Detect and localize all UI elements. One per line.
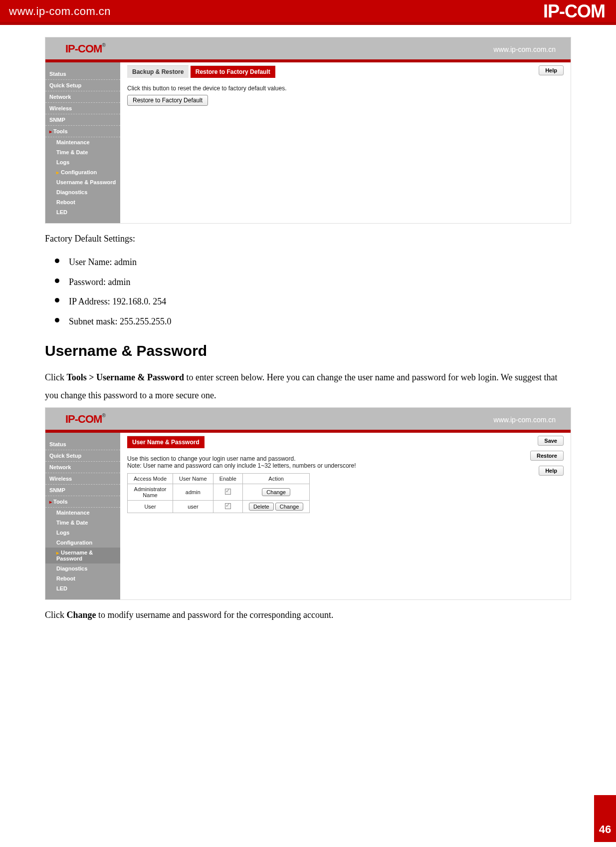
sidebar-sub-reboot[interactable]: Reboot xyxy=(45,573,120,583)
section-heading-username-password: Username & Password xyxy=(45,342,571,359)
tab-username-password[interactable]: User Name & Password xyxy=(127,436,205,448)
col-enable: Enable xyxy=(213,474,242,484)
sidebar-item-tools[interactable]: Tools xyxy=(45,496,120,508)
sidebar-item-tools[interactable]: Tools xyxy=(45,126,120,137)
col-user-name: User Name xyxy=(173,474,213,484)
sidebar-sub-led[interactable]: LED xyxy=(45,207,120,217)
sidebar-sub-timedate[interactable]: Time & Date xyxy=(45,147,120,157)
sidebar-item-quicksetup[interactable]: Quick Setup xyxy=(45,450,120,462)
cell-user-action: Delete Change xyxy=(242,501,309,513)
table-header-row: Access Mode User Name Enable Action xyxy=(128,474,310,484)
restore-button[interactable]: Restore xyxy=(530,451,564,461)
sidebar-item-wireless[interactable]: Wireless xyxy=(45,103,120,114)
doc-header-url: www.ip-com.com.cn xyxy=(0,0,616,23)
table-row: User user Delete Change xyxy=(128,501,310,513)
ss1-header: IP-COM® www.ip-com.com.cn xyxy=(45,37,571,62)
help-button[interactable]: Help xyxy=(539,466,564,476)
sidebar-item-snmp[interactable]: SNMP xyxy=(45,485,120,496)
user-accounts-table: Access Mode User Name Enable Action Admi… xyxy=(127,473,310,513)
screenshot-username-password: IP-COM® www.ip-com.com.cn Status Quick S… xyxy=(45,407,571,600)
sidebar-item-quicksetup[interactable]: Quick Setup xyxy=(45,80,120,91)
sidebar-item-status[interactable]: Status xyxy=(45,68,120,80)
sidebar-sub-userpass[interactable]: Username & Password xyxy=(45,177,120,187)
sidebar-sub-diagnostics[interactable]: Diagnostics xyxy=(45,564,120,573)
sidebar-item-network[interactable]: Network xyxy=(45,91,120,103)
col-access-mode: Access Mode xyxy=(128,474,173,484)
tab-backup-restore[interactable]: Backup & Restore xyxy=(127,65,189,78)
sidebar-item-network[interactable]: Network xyxy=(45,462,120,473)
cell-admin-action: Change xyxy=(242,484,309,501)
ipcom-logo: IP-COM® xyxy=(65,42,105,55)
sidebar-sub-reboot[interactable]: Reboot xyxy=(45,197,120,207)
cell-admin-mode: Administrator Name xyxy=(128,484,173,501)
username-password-paragraph: Click Tools > Username & Password to ent… xyxy=(45,368,571,404)
doc-content: IP-COM® www.ip-com.com.cn Status Quick S… xyxy=(0,25,616,647)
table-row: Administrator Name admin Change xyxy=(128,484,310,501)
doc-header-logo: IP-COM xyxy=(543,1,605,22)
ss2-main: Save Restore Help User Name & Password U… xyxy=(120,433,571,599)
change-button[interactable]: Change xyxy=(262,488,290,496)
ss1-header-url: www.ip-com.com.cn xyxy=(494,45,556,53)
bullet-ipaddress: IP Address: 192.168.0. 254 xyxy=(55,292,571,312)
userpass-instruction-1: Use this section to change your login us… xyxy=(127,455,564,462)
checkbox-icon[interactable] xyxy=(225,489,231,495)
sidebar-sub-configuration[interactable]: Configuration xyxy=(45,538,120,548)
ss2-header: IP-COM® www.ip-com.com.cn xyxy=(45,408,571,433)
help-button[interactable]: Help xyxy=(539,65,564,75)
restore-to-factory-default-button[interactable]: Restore to Factory Default xyxy=(127,95,208,106)
nav-ref-tools-userpass: Tools > Username & Password xyxy=(67,372,185,382)
cell-user-enable xyxy=(213,501,242,513)
ipcom-logo: IP-COM® xyxy=(65,413,105,426)
ss1-main: Help Backup & Restore Restore to Factory… xyxy=(120,62,571,223)
bullet-username: User Name: admin xyxy=(55,253,571,273)
bullet-password: Password: admin xyxy=(55,273,571,292)
ss2-sidebar: Status Quick Setup Network Wireless SNMP… xyxy=(45,433,120,599)
ss1-sidebar: Status Quick Setup Network Wireless SNMP… xyxy=(45,62,120,223)
cell-user-mode: User xyxy=(128,501,173,513)
cell-user-username: user xyxy=(173,501,213,513)
screenshot-restore-factory: IP-COM® www.ip-com.com.cn Status Quick S… xyxy=(45,37,571,224)
sidebar-item-status[interactable]: Status xyxy=(45,439,120,450)
cell-admin-enable xyxy=(213,484,242,501)
sidebar-sub-maintenance[interactable]: Maintenance xyxy=(45,137,120,147)
doc-page-header: www.ip-com.com.cn IP-COM xyxy=(0,0,616,25)
restore-instruction-text: Click this button to reset the device to… xyxy=(127,85,564,92)
change-button[interactable]: Change xyxy=(275,503,304,511)
cell-admin-username: admin xyxy=(173,484,213,501)
sidebar-sub-configuration[interactable]: Configuration xyxy=(45,167,120,177)
userpass-instruction-2: Note: User name and password can only in… xyxy=(127,462,564,469)
bullet-subnetmask: Subnet mask: 255.255.255.0 xyxy=(55,312,571,332)
checkbox-icon[interactable] xyxy=(225,503,231,509)
sidebar-sub-logs[interactable]: Logs xyxy=(45,528,120,538)
tab-restore-factory-default[interactable]: Restore to Factory Default xyxy=(191,65,275,78)
sidebar-item-snmp[interactable]: SNMP xyxy=(45,114,120,126)
sidebar-sub-logs[interactable]: Logs xyxy=(45,157,120,167)
factory-default-bullets: User Name: admin Password: admin IP Addr… xyxy=(55,253,571,331)
col-action: Action xyxy=(242,474,309,484)
ss2-header-url: www.ip-com.com.cn xyxy=(494,416,556,424)
sidebar-sub-userpass[interactable]: Username & Password xyxy=(45,548,120,564)
save-button[interactable]: Save xyxy=(538,436,564,446)
sidebar-sub-maintenance[interactable]: Maintenance xyxy=(45,508,120,518)
click-change-paragraph: Click Change to modify username and pass… xyxy=(45,606,571,624)
delete-button[interactable]: Delete xyxy=(249,503,274,511)
change-ref: Change xyxy=(67,610,96,620)
sidebar-sub-diagnostics[interactable]: Diagnostics xyxy=(45,187,120,197)
factory-default-settings-heading: Factory Default Settings: xyxy=(45,230,571,248)
sidebar-sub-timedate[interactable]: Time & Date xyxy=(45,518,120,528)
sidebar-item-wireless[interactable]: Wireless xyxy=(45,473,120,485)
sidebar-sub-led[interactable]: LED xyxy=(45,583,120,593)
